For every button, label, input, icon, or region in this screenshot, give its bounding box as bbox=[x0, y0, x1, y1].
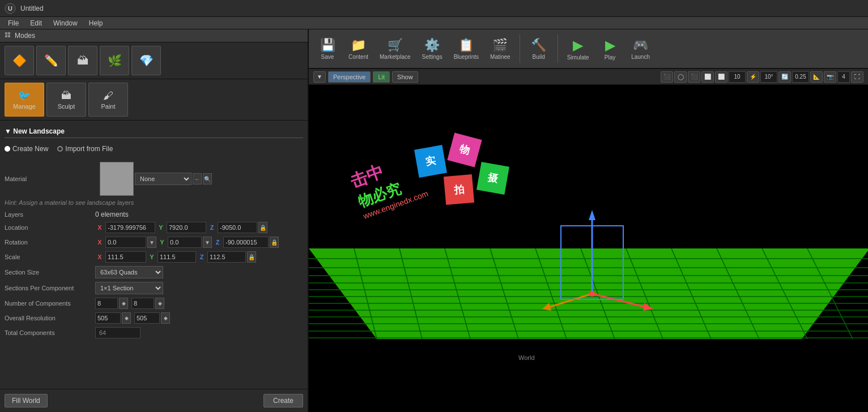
vp-maximize-btn[interactable]: ⛶ bbox=[851, 71, 863, 83]
blueprints-label: Blueprints bbox=[454, 54, 479, 60]
scale-label: Scale bbox=[5, 254, 95, 260]
svg-rect-3 bbox=[8, 32, 10, 35]
create-new-radio[interactable] bbox=[5, 146, 10, 152]
rotation-label: Rotation bbox=[5, 239, 95, 246]
paint-icon: 🖌 bbox=[103, 90, 113, 102]
scale-y-input[interactable] bbox=[158, 251, 196, 263]
num-components-x-spin[interactable]: ◆ bbox=[119, 298, 128, 309]
overall-res-x-input[interactable] bbox=[95, 312, 121, 324]
right-panel: 💾 Save 📁 Content 🛒 Marketplace ⚙️ Settin… bbox=[309, 29, 868, 412]
play-button[interactable]: ▶ Play bbox=[596, 32, 624, 65]
rot-y-arrow[interactable]: ▼ bbox=[203, 237, 212, 248]
layers-row: Layers 0 elements bbox=[5, 211, 303, 218]
sections-per-component-row: Sections Per Component 1×1 Section bbox=[5, 282, 303, 294]
num-components-y-input[interactable] bbox=[131, 298, 154, 309]
perspective-btn[interactable]: Perspective bbox=[328, 71, 371, 83]
location-x-input[interactable] bbox=[105, 222, 155, 233]
create-new-option[interactable]: Create New bbox=[5, 145, 48, 153]
viewport-3d[interactable]: 击中 物必究 www.enginedx.com 实 物 拍 摄 bbox=[309, 85, 868, 412]
material-dropdown[interactable]: None bbox=[135, 173, 192, 185]
geometry-mode-btn[interactable]: 💎 bbox=[131, 46, 161, 75]
material-back-btn[interactable]: ← bbox=[193, 173, 202, 184]
foliage-mode-btn[interactable]: 🌿 bbox=[100, 46, 129, 75]
manage-btn[interactable]: 🐦 Manage bbox=[5, 83, 44, 117]
vp-rot-snap-btn[interactable]: 🔄 bbox=[778, 71, 791, 83]
toolbar-separator-1 bbox=[520, 35, 520, 63]
scale-lock-btn[interactable]: 🔒 bbox=[247, 251, 256, 263]
viewport-dropdown-btn[interactable]: ▼ bbox=[313, 71, 326, 83]
modes-label: Modes bbox=[15, 32, 35, 40]
import-option[interactable]: Import from File bbox=[57, 145, 113, 153]
vp-ctrl-3[interactable]: ⬛ bbox=[688, 71, 700, 83]
menu-help[interactable]: Help bbox=[83, 18, 109, 28]
launch-button[interactable]: 🎮 Launch bbox=[627, 32, 655, 65]
overall-res-y-input[interactable] bbox=[134, 312, 160, 324]
build-button[interactable]: 🔨 Build bbox=[525, 32, 553, 65]
landscape-plane bbox=[309, 248, 868, 339]
panel-content: ▼ New Landscape Create New Import from F… bbox=[0, 121, 308, 389]
blueprints-button[interactable]: 📋 Blueprints bbox=[449, 32, 483, 65]
menu-edit[interactable]: Edit bbox=[24, 18, 48, 28]
scale-inputs: X Y Z 🔒 bbox=[95, 251, 303, 263]
scale-x-input[interactable] bbox=[105, 251, 146, 263]
svg-text:U: U bbox=[8, 5, 12, 12]
toolbar-separator-2 bbox=[558, 35, 558, 63]
paint-mode-btn[interactable]: ✏️ bbox=[36, 46, 66, 75]
toolbar: 💾 Save 📁 Content 🛒 Marketplace ⚙️ Settin… bbox=[309, 29, 868, 69]
location-label: Location bbox=[5, 224, 95, 231]
rotation-x-input[interactable] bbox=[105, 237, 146, 248]
vp-ctrl-2[interactable]: ◯ bbox=[674, 71, 687, 83]
lit-btn[interactable]: Lit bbox=[373, 71, 390, 83]
location-z-input[interactable] bbox=[218, 222, 257, 233]
vp-scale-snap-btn[interactable]: 📐 bbox=[810, 71, 823, 83]
rot-x-arrow[interactable]: ▼ bbox=[147, 237, 156, 248]
num-components-y-spin[interactable]: ◆ bbox=[155, 298, 164, 309]
save-button[interactable]: 💾 Save bbox=[313, 32, 342, 65]
material-row: Material None None ← 🔍 bbox=[5, 162, 303, 196]
landscape-mode-btn[interactable]: 🏔 bbox=[68, 46, 97, 75]
num-components-row: Number of Components ◆ ◆ bbox=[5, 298, 303, 309]
material-search-btn[interactable]: 🔍 bbox=[203, 173, 212, 184]
paint-landscape-btn[interactable]: 🖌 Paint bbox=[88, 83, 128, 117]
world-label: World bbox=[518, 354, 535, 361]
import-radio[interactable] bbox=[57, 146, 63, 152]
content-icon: 📁 bbox=[351, 38, 366, 53]
section-size-label: Section Size bbox=[5, 269, 95, 276]
num-components-x-input[interactable] bbox=[95, 298, 118, 309]
rotation-z-input[interactable] bbox=[223, 237, 269, 248]
matinee-button[interactable]: 🎬 Matinee bbox=[486, 32, 515, 65]
vp-ctrl-5[interactable]: ⬜ bbox=[715, 71, 727, 83]
location-lock-btn[interactable]: 🔒 bbox=[258, 222, 267, 233]
menu-window[interactable]: Window bbox=[48, 18, 83, 28]
create-button[interactable]: Create bbox=[263, 394, 303, 407]
menu-file[interactable]: File bbox=[2, 18, 24, 28]
vp-camera-btn[interactable]: 📷 bbox=[824, 71, 836, 83]
content-button[interactable]: 📁 Content bbox=[344, 32, 373, 65]
sculpt-btn[interactable]: 🏔 Sculpt bbox=[46, 83, 86, 117]
vp-ctrl-1[interactable]: ⬛ bbox=[661, 71, 673, 83]
watermark-block-1: 实 bbox=[414, 145, 447, 178]
svg-rect-5 bbox=[8, 35, 10, 37]
overall-res-y-spin[interactable]: ◆ bbox=[161, 312, 170, 324]
marketplace-button[interactable]: 🛒 Marketplace bbox=[375, 32, 415, 65]
settings-button[interactable]: ⚙️ Settings bbox=[418, 32, 447, 65]
scale-z-input[interactable] bbox=[207, 251, 246, 263]
play-label: Play bbox=[605, 54, 615, 61]
perspective-label: Perspective bbox=[333, 74, 365, 80]
fill-world-button[interactable]: Fill World bbox=[5, 394, 48, 407]
vp-ctrl-4[interactable]: ⬜ bbox=[701, 71, 714, 83]
settings-label: Settings bbox=[422, 54, 442, 60]
overall-res-x-spin[interactable]: ◆ bbox=[122, 312, 131, 324]
vp-snap-btn[interactable]: ⚡ bbox=[747, 71, 759, 83]
rotation-lock-btn[interactable]: 🔒 bbox=[270, 237, 279, 248]
scale-row: Scale X Y Z 🔒 bbox=[5, 251, 303, 263]
section-size-dropdown[interactable]: 63x63 Quads bbox=[95, 266, 163, 278]
show-btn[interactable]: Show bbox=[392, 71, 418, 83]
sections-per-component-dropdown[interactable]: 1×1 Section bbox=[95, 282, 163, 294]
material-value: None None ← 🔍 bbox=[95, 162, 303, 196]
place-mode-btn[interactable]: 🔶 bbox=[5, 46, 34, 75]
sections-per-component-label: Sections Per Component bbox=[5, 285, 95, 291]
rotation-y-input[interactable] bbox=[168, 237, 202, 248]
simulate-button[interactable]: ▶ Simulate bbox=[563, 32, 594, 65]
location-y-input[interactable] bbox=[167, 222, 206, 233]
